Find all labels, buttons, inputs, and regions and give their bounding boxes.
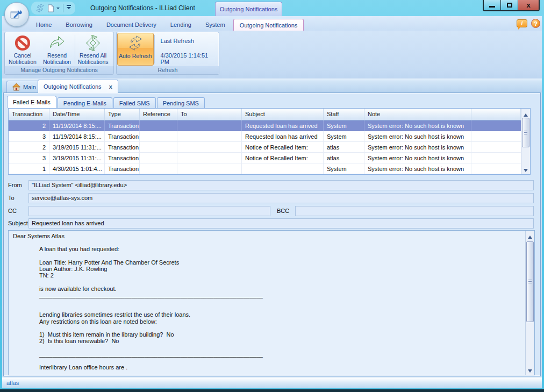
last-refresh-info: Last Refresh 4/30/2015 1:14:51 PM [155, 33, 218, 66]
table-row[interactable]: 2 11/19/2014 8:15:... Transaction Reques… [9, 120, 521, 131]
window-controls: x [483, 0, 540, 11]
cell-transaction: 2 [9, 120, 49, 131]
subtab-failed-emails[interactable]: Failed E-Mails [7, 96, 56, 108]
resend-all-notifications-button[interactable]: Resend All Notifications [76, 33, 110, 66]
cell-datetime: 4/30/2015 1:01:4... [49, 163, 105, 174]
cell-datetime: 11/19/2014 8:15:... [49, 120, 105, 131]
table-row[interactable]: 3 3/19/2015 11:31:... Transaction Notice… [9, 153, 521, 163]
cancel-notification-button[interactable]: Cancel Notification [5, 33, 40, 66]
cell-to [177, 153, 242, 163]
ribbon-tab-system[interactable]: System [199, 19, 231, 31]
cell-reference [140, 131, 177, 142]
col-transaction[interactable]: Transaction [9, 109, 49, 120]
cell-transaction: 1 [9, 163, 49, 174]
application-menu-button[interactable] [4, 2, 29, 27]
table-row[interactable]: 2 3/19/2015 11:31:... Transaction Notice… [9, 142, 521, 153]
ribbon-tab-lending[interactable]: Lending [164, 19, 197, 31]
ribbon-tab-strip: Home Borrowing Document Delivery Lending… [2, 16, 542, 31]
close-tab-icon[interactable]: x [109, 83, 112, 90]
col-reference[interactable]: Reference [140, 109, 177, 120]
col-note[interactable]: Note [364, 109, 471, 120]
window-frame-bottom [0, 389, 544, 392]
minimize-button[interactable] [484, 0, 501, 10]
group-refresh: Auto Refresh Last Refresh 4/30/2015 1:14… [116, 32, 219, 75]
table-vertical-scrollbar[interactable] [521, 109, 530, 174]
close-button[interactable]: x [518, 0, 539, 10]
cell-reference [140, 142, 177, 153]
from-field[interactable]: "ILLiad System" <illiad@library.edu> [28, 180, 534, 190]
qat-customize-button[interactable] [67, 3, 71, 13]
quick-access-toolbar [31, 2, 75, 15]
cell-to [177, 142, 242, 153]
status-bar: atlas [2, 377, 542, 388]
status-user: atlas [6, 380, 19, 386]
contextual-tab-group-header: Outgoing Notifications [215, 2, 282, 16]
from-row: From "ILLiad System" <illiad@library.edu… [4, 180, 540, 190]
help-button[interactable]: ? [531, 19, 540, 28]
about-button[interactable]: i [517, 19, 527, 27]
notification-subtabs: Failed E-Mails Pending E-Mails Failed SM… [7, 96, 206, 108]
table-row[interactable]: 3 11/19/2014 8:15:... Transaction Reques… [9, 131, 521, 142]
ribbon-tab-outgoing-notifications[interactable]: Outgoing Notifications [233, 19, 304, 31]
cell-type: Transaction [105, 163, 140, 174]
to-field[interactable]: service@atlas-sys.com [28, 193, 534, 203]
cell-subject: Notice of Recalled Item: [242, 142, 324, 153]
col-subject[interactable]: Subject [242, 109, 324, 120]
app-icon [10, 8, 24, 22]
cell-type: Transaction [105, 120, 140, 131]
ribbon: Cancel Notification Resend Notification … [2, 31, 542, 79]
cell-subject: Requested loan has arrived [242, 120, 324, 131]
cell-transaction: 3 [9, 153, 49, 163]
refresh-icon [35, 4, 45, 13]
to-row: To service@atlas-sys.com [4, 193, 540, 203]
bcc-field[interactable] [295, 206, 534, 216]
scrollbar-thumb[interactable] [526, 241, 534, 322]
qat-new-button[interactable] [47, 3, 60, 13]
from-label: From [8, 180, 22, 190]
scrollbar-thumb[interactable] [522, 118, 529, 147]
subtab-pending-emails[interactable]: Pending E-Mails [58, 97, 112, 108]
scroll-up-button[interactable] [526, 231, 534, 239]
email-body-text[interactable]: Dear Systems Atlas A loan that you had r… [9, 231, 525, 375]
subject-field[interactable]: Requested loan has arrived [28, 218, 534, 229]
cell-transaction: 2 [9, 142, 49, 153]
cancel-notification-icon [15, 35, 31, 51]
scroll-up-button[interactable] [521, 109, 530, 117]
scroll-down-button[interactable] [521, 166, 530, 174]
ribbon-tab-home[interactable]: Home [30, 19, 58, 31]
col-blank [471, 109, 521, 120]
col-datetime[interactable]: Date/Time [49, 109, 105, 120]
cell-subject [242, 163, 324, 174]
ribbon-tab-borrowing[interactable]: Borrowing [60, 19, 98, 31]
cc-label: CC [8, 206, 17, 216]
cc-field[interactable] [28, 206, 270, 216]
qat-separator [63, 4, 63, 12]
last-refresh-label: Last Refresh [161, 38, 218, 44]
arrow-down-icon [524, 169, 528, 174]
cell-to [177, 131, 242, 142]
col-staff[interactable]: Staff [324, 109, 364, 120]
tab-outgoing-notifications[interactable]: Outgoing Notifications x [38, 80, 118, 93]
email-vertical-scrollbar[interactable] [525, 231, 534, 375]
qat-customize-icon [67, 5, 71, 6]
resend-notification-button[interactable]: Resend Notification [40, 33, 74, 66]
notifications-table: Transaction Date/Time Type Reference To … [8, 108, 531, 175]
tab-main[interactable]: Main [6, 81, 42, 92]
scroll-down-button[interactable] [526, 366, 534, 375]
subtab-pending-sms[interactable]: Pending SMS [157, 97, 205, 108]
col-to[interactable]: To [177, 109, 242, 120]
cell-datetime: 11/19/2014 8:15:... [49, 131, 105, 142]
ribbon-tab-document-delivery[interactable]: Document Delivery [101, 19, 162, 31]
subtab-failed-sms[interactable]: Failed SMS [113, 97, 156, 108]
cell-subject: Requested loan has arrived [242, 131, 324, 142]
table-row[interactable]: 1 4/30/2015 1:01:4... Transaction System… [9, 163, 521, 174]
cell-transaction: 3 [9, 131, 49, 142]
group-label-refresh: Refresh [117, 66, 219, 74]
qat-refresh-button[interactable] [35, 3, 45, 13]
info-icon: i [521, 20, 523, 26]
col-type[interactable]: Type [105, 109, 140, 120]
tab-main-label: Main [23, 84, 36, 90]
auto-refresh-toggle[interactable]: Auto Refresh [117, 33, 154, 66]
auto-refresh-icon [127, 35, 144, 52]
maximize-button[interactable] [501, 0, 518, 10]
